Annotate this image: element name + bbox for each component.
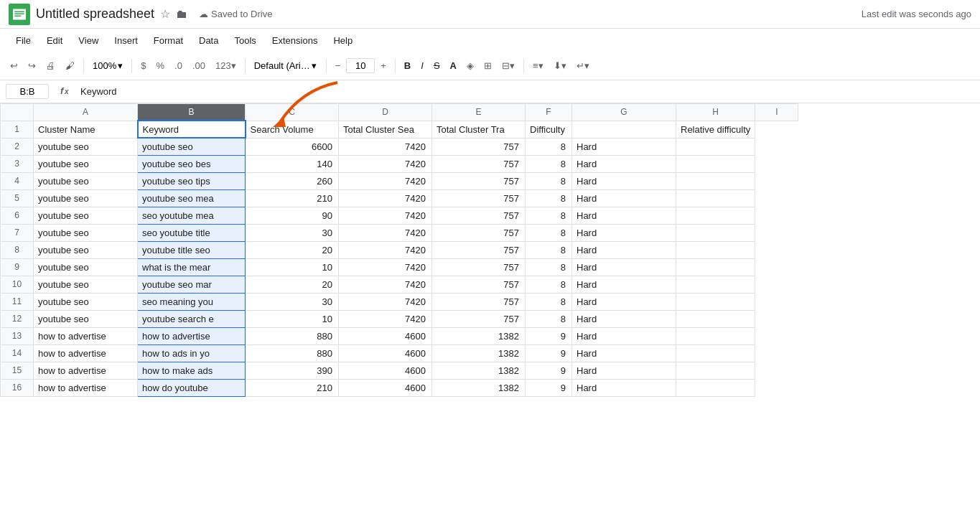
cell-r4-c1[interactable]: youtube seo tips — [138, 172, 246, 189]
cell-r14-c4[interactable]: 1382 — [432, 344, 526, 362]
cell-r2-c1[interactable]: youtube seo — [138, 138, 246, 155]
cell-r8-c6[interactable]: Hard — [572, 241, 676, 258]
strikethrough-button[interactable]: S — [429, 57, 444, 74]
merge-cells-button[interactable]: ⊟▾ — [498, 57, 519, 74]
font-size-increase[interactable]: + — [376, 57, 391, 74]
cell-r12-c2[interactable]: 10 — [246, 310, 339, 327]
cell-r16-c1[interactable]: how do youtube — [138, 379, 246, 396]
cell-r8-c3[interactable]: 7420 — [339, 241, 432, 258]
cell-r6-c1[interactable]: seo youtube mea — [138, 207, 246, 224]
menu-item-edit[interactable]: Edit — [39, 32, 70, 49]
cell-r1-c2[interactable]: Search Volume — [246, 121, 339, 138]
cell-r10-c0[interactable]: youtube seo — [34, 276, 138, 293]
cell-r13-c6[interactable]: Hard — [572, 327, 676, 344]
cell-r3-c2[interactable]: 140 — [246, 155, 339, 172]
col-header-F[interactable]: F — [526, 104, 572, 121]
row-header-14[interactable]: 14 — [1, 344, 34, 362]
cell-r10-c7[interactable] — [676, 276, 755, 293]
cell-r13-c5[interactable]: 9 — [526, 327, 572, 344]
col-header-H[interactable]: H — [676, 104, 755, 121]
cell-r12-c5[interactable]: 8 — [526, 310, 572, 327]
cell-r15-c0[interactable]: how to advertise — [34, 362, 138, 379]
cell-r10-c2[interactable]: 20 — [246, 276, 339, 293]
font-selector[interactable]: Default (Ari… ▾ — [250, 58, 322, 73]
cell-r5-c1[interactable]: youtube seo mea — [138, 189, 246, 207]
cell-r2-c4[interactable]: 757 — [432, 138, 526, 155]
cell-r10-c6[interactable]: Hard — [572, 276, 676, 293]
cell-r12-c4[interactable]: 757 — [432, 310, 526, 327]
cell-r12-c1[interactable]: youtube search e — [138, 310, 246, 327]
cell-r13-c0[interactable]: how to advertise — [34, 327, 138, 344]
cell-r9-c7[interactable] — [676, 258, 755, 276]
row-header-15[interactable]: 15 — [1, 362, 34, 379]
cell-r8-c2[interactable]: 20 — [246, 241, 339, 258]
cell-r15-c7[interactable] — [676, 362, 755, 379]
cell-r9-c4[interactable]: 757 — [432, 258, 526, 276]
font-size-input[interactable] — [346, 58, 375, 73]
cell-r9-c2[interactable]: 10 — [246, 258, 339, 276]
cell-r1-c1[interactable]: Keyword — [138, 121, 246, 138]
cell-r13-c2[interactable]: 880 — [246, 327, 339, 344]
folder-icon[interactable]: 🖿 — [176, 8, 187, 21]
col-header-A[interactable]: A — [34, 104, 138, 121]
cell-r5-c4[interactable]: 757 — [432, 189, 526, 207]
cell-r14-c2[interactable]: 880 — [246, 344, 339, 362]
row-header-9[interactable]: 9 — [1, 258, 34, 276]
cell-r10-c1[interactable]: youtube seo mar — [138, 276, 246, 293]
paint-format-button[interactable]: 🖌 — [61, 57, 79, 74]
col-header-C[interactable]: C — [246, 104, 339, 121]
cell-r11-c1[interactable]: seo meaning you — [138, 293, 246, 310]
cell-reference-input[interactable] — [6, 84, 49, 99]
cell-r6-c6[interactable]: Hard — [572, 207, 676, 224]
cell-r3-c3[interactable]: 7420 — [339, 155, 432, 172]
cell-r16-c3[interactable]: 4600 — [339, 379, 432, 396]
cell-r1-c4[interactable]: Total Cluster Tra — [432, 121, 526, 138]
cell-r5-c7[interactable] — [676, 189, 755, 207]
row-header-10[interactable]: 10 — [1, 276, 34, 293]
cell-r13-c1[interactable]: how to advertise — [138, 327, 246, 344]
decimal-more-button[interactable]: .00 — [188, 57, 210, 74]
cell-r13-c7[interactable] — [676, 327, 755, 344]
cell-r9-c0[interactable]: youtube seo — [34, 258, 138, 276]
cell-r12-c3[interactable]: 7420 — [339, 310, 432, 327]
cell-r13-c3[interactable]: 4600 — [339, 327, 432, 344]
cell-r6-c3[interactable]: 7420 — [339, 207, 432, 224]
cell-r7-c4[interactable]: 757 — [432, 224, 526, 241]
cell-r12-c7[interactable] — [676, 310, 755, 327]
cell-r9-c1[interactable]: what is the mear — [138, 258, 246, 276]
cell-r5-c6[interactable]: Hard — [572, 189, 676, 207]
bold-button[interactable]: B — [400, 57, 415, 74]
print-button[interactable]: 🖨 — [42, 57, 60, 74]
cell-r6-c0[interactable]: youtube seo — [34, 207, 138, 224]
cell-r13-c4[interactable]: 1382 — [432, 327, 526, 344]
cell-r14-c7[interactable] — [676, 344, 755, 362]
cell-r15-c6[interactable]: Hard — [572, 362, 676, 379]
cell-r7-c1[interactable]: seo youtube title — [138, 224, 246, 241]
cell-r9-c3[interactable]: 7420 — [339, 258, 432, 276]
cell-r2-c0[interactable]: youtube seo — [34, 138, 138, 155]
cell-r16-c2[interactable]: 210 — [246, 379, 339, 396]
cell-r3-c4[interactable]: 757 — [432, 155, 526, 172]
undo-button[interactable]: ↩ — [6, 57, 22, 74]
row-header-6[interactable]: 6 — [1, 207, 34, 224]
cell-r8-c4[interactable]: 757 — [432, 241, 526, 258]
cell-r12-c0[interactable]: youtube seo — [34, 310, 138, 327]
col-header-D[interactable]: D — [339, 104, 432, 121]
cell-r11-c5[interactable]: 8 — [526, 293, 572, 310]
decimal0-button[interactable]: .0 — [170, 57, 187, 74]
menu-item-view[interactable]: View — [71, 32, 106, 49]
cell-r8-c1[interactable]: youtube title seo — [138, 241, 246, 258]
cell-r15-c3[interactable]: 4600 — [339, 362, 432, 379]
cell-r8-c7[interactable] — [676, 241, 755, 258]
cell-r1-c3[interactable]: Total Cluster Sea — [339, 121, 432, 138]
cell-r1-c5[interactable]: Difficulty — [526, 121, 572, 138]
cell-r11-c0[interactable]: youtube seo — [34, 293, 138, 310]
format123-button[interactable]: 123▾ — [211, 57, 241, 74]
cell-r3-c0[interactable]: youtube seo — [34, 155, 138, 172]
cell-r7-c5[interactable]: 8 — [526, 224, 572, 241]
col-header-G[interactable]: G — [572, 104, 676, 121]
cell-r7-c7[interactable] — [676, 224, 755, 241]
cell-r4-c6[interactable]: Hard — [572, 172, 676, 189]
cell-r5-c5[interactable]: 8 — [526, 189, 572, 207]
cell-r4-c0[interactable]: youtube seo — [34, 172, 138, 189]
